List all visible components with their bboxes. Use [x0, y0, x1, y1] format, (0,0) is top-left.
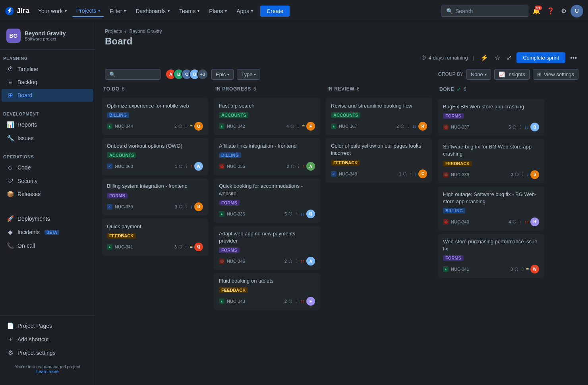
story-points-icon: ⬡ [514, 267, 518, 272]
star-button[interactable]: ☆ [493, 52, 502, 63]
board-card[interactable]: Quick booking for accommodations - websi… [214, 178, 320, 222]
sidebar-item-project-pages[interactable]: 📄 Project Pages [2, 320, 93, 332]
subtasks-icon: ⋮ [518, 219, 522, 224]
fullscreen-button[interactable]: ⤢ [505, 52, 513, 63]
bug-type-icon: 🐞 [443, 219, 449, 225]
card-assignee-avatar[interactable]: W [194, 162, 203, 171]
board-card[interactable]: Quick paymentFEEDBACK▲NUC-3413⬡⋮=Q [102, 219, 208, 256]
board-card[interactable]: Fluid booking on tabletsFEEDBACK▲NUC-343… [214, 273, 320, 310]
card-footer: ▲NUC-3442⬡⋮=O [107, 122, 203, 131]
search-bar[interactable]: 🔍 Search [441, 6, 528, 17]
card-label: FEEDBACK [107, 233, 203, 241]
nav-projects[interactable]: Projects▾ [72, 5, 104, 17]
card-id: NUC-336 [227, 212, 245, 216]
board-card[interactable]: BugFix BG Web-store app crashingFORMS🐞NU… [438, 99, 544, 136]
sidebar-item-releases[interactable]: 📦 Releases [2, 188, 93, 200]
board-card[interactable]: Adapt web app no new payments providerFO… [214, 226, 320, 270]
sidebar-item-project-settings[interactable]: ⚙ Project settings [2, 346, 93, 359]
notifications-button[interactable]: 🔔 9+ [530, 5, 543, 17]
breadcrumb-project[interactable]: Beyond Gravity [129, 29, 162, 34]
card-assignee-avatar[interactable]: O [194, 122, 203, 131]
board-card[interactable]: Onboard workout options (OWO)ACCOUNTS✓NU… [102, 138, 208, 175]
card-footer: 🐞NUC-3393⬡⋮↓S [443, 170, 539, 179]
sidebar-item-timeline[interactable]: ⏱ Timeline [2, 63, 93, 75]
settings-button[interactable]: ⚙ [559, 5, 569, 17]
card-assignee-avatar[interactable]: F [306, 297, 315, 306]
sidebar-item-oncall[interactable]: 📞 On-call [2, 239, 93, 252]
nav-dashboards[interactable]: Dashboards▾ [132, 6, 174, 17]
card-assignee-avatar[interactable]: A [306, 257, 315, 266]
card-assignee-avatar[interactable]: Q [306, 210, 315, 218]
learn-more-link[interactable]: Learn more [36, 369, 58, 374]
board-card[interactable]: Optimize experience for mobile webBILLIN… [102, 98, 208, 135]
sidebar-item-issues[interactable]: 🔧 Issues [2, 132, 93, 144]
breadcrumb-projects[interactable]: Projects [105, 29, 122, 34]
complete-sprint-button[interactable]: Complete sprint [516, 52, 565, 63]
column-header-done: DONE✓6 [438, 83, 545, 96]
board-card[interactable]: Web-store purchasing performance issue f… [438, 234, 544, 278]
board-card[interactable]: Fast trip searchACCOUNTS▲NUC-3424⬡⋮=F [214, 98, 320, 135]
sidebar-item-reports[interactable]: 📊 Reports [2, 118, 93, 131]
nav-plans[interactable]: Plans▾ [205, 6, 231, 17]
card-assignee-avatar[interactable]: F [306, 122, 315, 131]
card-assignee-avatar[interactable]: C [418, 169, 427, 178]
board-card[interactable]: High outage: Software bug fix - BG Web-s… [438, 187, 544, 231]
lightning-button[interactable]: ⚡ [479, 52, 490, 63]
board-card[interactable]: Color of pale yellow on our pages looks … [326, 138, 432, 182]
card-assignee-avatar[interactable]: H [530, 218, 539, 226]
avatar-extra[interactable]: +3 [197, 69, 208, 80]
sidebar-item-incidents[interactable]: ◆ Incidents BETA [2, 226, 93, 239]
card-title: Optimize experience for mobile web [107, 102, 203, 110]
story-points-icon: ⬡ [288, 259, 292, 264]
board-search[interactable]: 🔍 [105, 69, 161, 80]
column-title: IN PROGRESS [215, 86, 251, 92]
board-card[interactable]: Affiliate links integration - frontendBI… [214, 138, 320, 175]
search-icon: 🔍 [446, 8, 453, 14]
type-filter[interactable]: Type ▾ [237, 69, 260, 80]
card-assignee-avatar[interactable]: B [530, 123, 539, 131]
user-avatar[interactable]: U [571, 5, 583, 17]
card-title: Billing system integration - frontend [107, 183, 203, 190]
card-assignee-avatar[interactable]: B [194, 202, 203, 211]
card-assignee-avatar[interactable]: A [306, 162, 315, 171]
column-cards-inreview: Revise and streamline booking flowACCOUN… [326, 98, 433, 379]
view-settings-button[interactable]: ⊞ View settings [533, 69, 578, 80]
nav-teams[interactable]: Teams▾ [175, 6, 203, 17]
card-id: NUC-339 [451, 172, 469, 177]
card-assignee-avatar[interactable]: Q [194, 243, 203, 251]
sidebar-item-add-shortcut[interactable]: + Add shortcut [2, 333, 93, 346]
sprint-bar: ⏱ 4 days remaining | ⚡ ☆ ⤢ Complete spri… [95, 50, 588, 65]
sidebar-item-code[interactable]: ◇ Code [2, 161, 93, 174]
sidebar-item-backlog[interactable]: ≡ Backlog [2, 76, 93, 88]
board-card[interactable]: Revise and streamline booking flowACCOUN… [326, 98, 432, 135]
releases-icon: 📦 [6, 191, 14, 198]
help-button[interactable]: ❓ [544, 5, 557, 17]
priority-icon: ↑↑ [300, 298, 305, 304]
subtasks-icon: ⋮ [406, 124, 410, 129]
story-points-icon: ⬡ [291, 164, 295, 169]
bug-type-icon: 🐞 [443, 172, 449, 177]
sidebar-item-board[interactable]: ⊞ Board [2, 89, 93, 102]
card-assignee-avatar[interactable]: R [418, 122, 427, 131]
card-id: NUC-340 [451, 219, 469, 224]
nav-your-work[interactable]: Your work▾ [34, 6, 71, 17]
timeline-icon: ⏱ [6, 65, 14, 72]
sidebar-item-deployments[interactable]: 🚀 Deployments [2, 212, 93, 225]
chevron-down-icon: ▾ [227, 72, 229, 77]
epic-filter[interactable]: Epic ▾ [211, 69, 234, 80]
nav-apps[interactable]: Apps▾ [232, 6, 257, 17]
sidebar-item-security[interactable]: 🛡 Security [2, 175, 93, 187]
board-card[interactable]: Software bug fix for BG Web-store app cr… [438, 139, 544, 183]
card-id: NUC-349 [339, 171, 357, 176]
nav-filter[interactable]: Filter▾ [106, 6, 130, 17]
planning-section-label: PLANNING [0, 50, 95, 62]
app-logo[interactable]: Jira [5, 6, 29, 16]
card-assignee-avatar[interactable]: W [530, 265, 539, 273]
groupby-dropdown[interactable]: None ▾ [466, 69, 491, 80]
more-button[interactable]: ••• [569, 53, 578, 63]
create-button[interactable]: Create [260, 6, 290, 17]
insights-button[interactable]: 📈 Insights [494, 69, 530, 80]
card-assignee-avatar[interactable]: S [530, 170, 539, 179]
board-card[interactable]: Billing system integration - frontendFOR… [102, 178, 208, 215]
card-title: Revise and streamline booking flow [331, 102, 427, 110]
